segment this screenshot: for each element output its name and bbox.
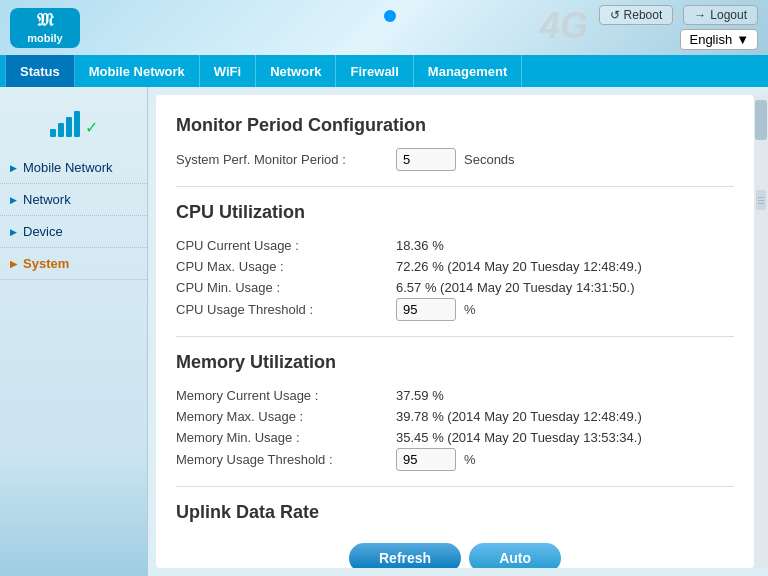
signal-bar-2 [58,123,64,137]
nav-item-firewall[interactable]: Firewall [336,55,413,87]
logout-icon: → [694,8,706,22]
scroll-wrapper: Monitor Period Configuration System Perf… [148,87,768,576]
reboot-button[interactable]: ↺ Reboot [599,5,674,25]
cpu-min-row: CPU Min. Usage : 6.57 % (2014 May 20 Tue… [176,277,734,298]
grip-line-3 [758,203,764,204]
memory-current-label: Memory Current Usage : [176,388,396,403]
refresh-button[interactable]: Refresh [349,543,461,568]
button-bar: Refresh Auto [176,535,734,568]
signal-bar-1 [50,129,56,137]
main-nav: Status Mobile Network WiFi Network Firew… [0,55,768,87]
sidebar-item-mobile-network[interactable]: Mobile Network [0,152,147,184]
chevron-down-icon: ▼ [736,32,749,47]
sidebar-item-network[interactable]: Network [0,184,147,216]
cpu-section-title: CPU Utilization [176,202,734,223]
divider-3 [176,486,734,487]
monitor-period-input[interactable] [396,148,456,171]
grip-line-1 [758,197,764,198]
cpu-max-label: CPU Max. Usage : [176,259,396,274]
cpu-threshold-row: CPU Usage Threshold : % [176,298,734,321]
memory-max-label: Memory Max. Usage : [176,409,396,424]
scrollbar-track[interactable] [754,95,768,568]
signal-icon: ✓ [50,107,98,137]
monitor-period-unit: Seconds [464,152,515,167]
cpu-threshold-unit: % [464,302,476,317]
cpu-max-row: CPU Max. Usage : 72.26 % (2014 May 20 Tu… [176,256,734,277]
scrollbar-grip[interactable] [756,190,766,210]
header: 𝔐 mobily 4G ↺ Reboot → Logout English ▼ [0,0,768,55]
header-right: ↺ Reboot → Logout English ▼ [599,5,758,50]
sidebar-item-system[interactable]: System [0,248,147,280]
status-dot [384,10,396,22]
cpu-current-row: CPU Current Usage : 18.36 % [176,235,734,256]
cpu-min-label: CPU Min. Usage : [176,280,396,295]
memory-min-row: Memory Min. Usage : 35.45 % (2014 May 20… [176,427,734,448]
grip-line-2 [758,200,764,201]
uplink-section-title: Uplink Data Rate [176,502,734,523]
brand-4g: 4G [540,5,588,47]
memory-max-row: Memory Max. Usage : 39.78 % (2014 May 20… [176,406,734,427]
header-actions: ↺ Reboot → Logout [599,5,758,25]
logo-icon: 𝔐 mobily [27,10,62,45]
nav-item-mobile-network[interactable]: Mobile Network [75,55,200,87]
main-layout: ✓ Mobile Network Network Device System M… [0,87,768,576]
memory-threshold-input[interactable] [396,448,456,471]
memory-max-value: 39.78 % (2014 May 20 Tuesday 12:48:49.) [396,409,642,424]
cpu-current-label: CPU Current Usage : [176,238,396,253]
cpu-min-value: 6.57 % (2014 May 20 Tuesday 14:31:50.) [396,280,635,295]
cpu-threshold-input[interactable] [396,298,456,321]
signal-check-icon: ✓ [85,118,98,137]
cpu-max-value: 72.26 % (2014 May 20 Tuesday 12:48:49.) [396,259,642,274]
memory-threshold-row: Memory Usage Threshold : % [176,448,734,471]
memory-threshold-unit: % [464,452,476,467]
cpu-threshold-label: CPU Usage Threshold : [176,302,396,317]
monitor-period-label: System Perf. Monitor Period : [176,152,396,167]
sidebar-decoration [0,456,147,576]
monitor-section-title: Monitor Period Configuration [176,115,734,136]
nav-item-network[interactable]: Network [256,55,336,87]
logo-area: 𝔐 mobily [10,8,80,48]
cpu-current-value: 18.36 % [396,238,444,253]
signal-bar-4 [74,111,80,137]
memory-current-row: Memory Current Usage : 37.59 % [176,385,734,406]
logo-box: 𝔐 mobily [10,8,80,48]
monitor-period-row: System Perf. Monitor Period : Seconds [176,148,734,171]
memory-section-title: Memory Utilization [176,352,734,373]
reboot-icon: ↺ [610,8,620,22]
memory-current-value: 37.59 % [396,388,444,403]
nav-item-status[interactable]: Status [5,55,75,87]
language-value: English [689,32,732,47]
divider-2 [176,336,734,337]
sidebar-logo-area: ✓ [0,97,147,152]
memory-min-label: Memory Min. Usage : [176,430,396,445]
auto-button[interactable]: Auto [469,543,561,568]
nav-item-wifi[interactable]: WiFi [200,55,256,87]
main-content: Monitor Period Configuration System Perf… [156,95,754,568]
memory-min-value: 35.45 % (2014 May 20 Tuesday 13:53:34.) [396,430,642,445]
nav-item-management[interactable]: Management [414,55,522,87]
signal-bar-3 [66,117,72,137]
scrollbar-thumb[interactable] [755,100,767,140]
memory-threshold-label: Memory Usage Threshold : [176,452,396,467]
sidebar-item-device[interactable]: Device [0,216,147,248]
logout-button[interactable]: → Logout [683,5,758,25]
sidebar: ✓ Mobile Network Network Device System [0,87,148,576]
content-area: Monitor Period Configuration System Perf… [148,87,768,576]
language-selector[interactable]: English ▼ [680,29,758,50]
divider-1 [176,186,734,187]
